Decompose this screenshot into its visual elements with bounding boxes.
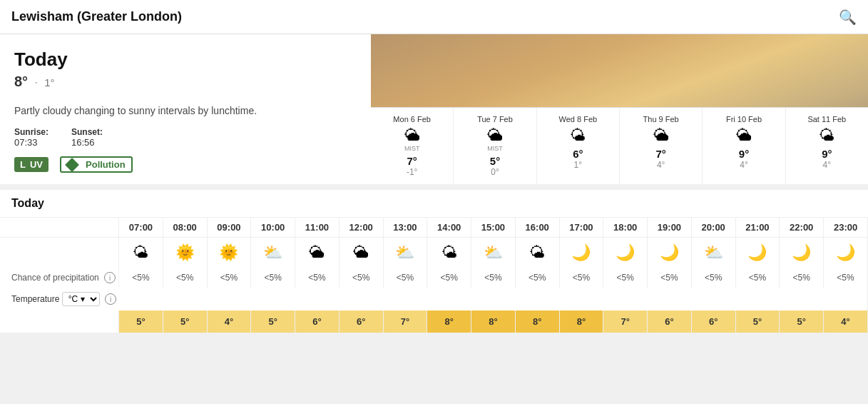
weather-icon-14: 🌙 [735, 238, 780, 268]
time-10:00: 10:00 [251, 218, 295, 238]
forecast-day-2[interactable]: Wed 8 Feb 🌤 6° 1° [536, 108, 619, 184]
time-07:00: 07:00 [119, 218, 163, 238]
precip-value-14: <5% [735, 268, 780, 288]
temp-value-14: 5° [735, 310, 780, 333]
temp-value-13: 6° [691, 310, 735, 333]
temp-value-row: 5°5°4°5°6°6°7°8°8°8°8°7°6°6°5°5°4° [0, 310, 868, 333]
temp-value-10: 8° [559, 310, 603, 333]
sunrise: Sunrise: 07:33 [14, 126, 48, 148]
pollution-label: Pollution [86, 159, 126, 170]
time-09:00: 09:00 [207, 218, 251, 238]
temp-value-16: 4° [824, 310, 868, 333]
weather-icon-13: ⛅ [691, 238, 735, 268]
temp-value-12: 6° [648, 310, 692, 333]
forecast-day-4[interactable]: Fri 10 Feb 🌥 9° 4° [702, 108, 785, 184]
precip-value-4: <5% [295, 268, 339, 288]
hourly-today-label: Today [0, 190, 868, 218]
temp-label-cell: Temperature °C ▾ i [0, 288, 868, 310]
time-11:00: 11:00 [295, 218, 339, 238]
weather-icon-12: 🌙 [648, 238, 692, 268]
weather-icon-5: 🌥 [339, 238, 383, 268]
weather-icon-0: 🌤 [119, 238, 163, 268]
precip-value-7: <5% [427, 268, 471, 288]
forecast-high: 6° [541, 148, 615, 160]
time-18:00: 18:00 [603, 218, 648, 238]
time-19:00: 19:00 [648, 218, 692, 238]
temp-value-1: 5° [163, 310, 207, 333]
forecast-day-1[interactable]: Tue 7 Feb 🌥MIST 5° 0° [453, 108, 536, 184]
temp-value-7: 8° [427, 310, 471, 333]
weather-icon-1: 🌞 [163, 238, 207, 268]
forecast-high: 9° [790, 148, 864, 160]
today-description: Partly cloudy changing to sunny interval… [14, 99, 357, 118]
hero-section: Today 8° · 1° Partly cloudy changing to … [0, 34, 868, 184]
time-22:00: 22:00 [780, 218, 824, 238]
weather-icon-9: 🌤 [515, 238, 559, 268]
search-button[interactable]: 🔍 [839, 9, 857, 26]
forecast-date: Fri 10 Feb [707, 115, 780, 123]
precip-value-0: <5% [119, 268, 163, 288]
forecast-low: 4° [790, 160, 864, 170]
temp-value-3: 5° [251, 310, 295, 333]
temp-info-icon[interactable]: i [105, 293, 116, 305]
forecast-icon: 🌤 [541, 126, 615, 145]
time-08:00: 08:00 [163, 218, 207, 238]
forecast-low: -1° [375, 167, 449, 177]
temp-value-15: 5° [780, 310, 824, 333]
temp-value-5: 6° [339, 310, 383, 333]
temp-value-9: 8° [515, 310, 559, 333]
forecast-date: Sat 11 Feb [790, 115, 864, 123]
forecast-date: Tue 7 Feb [458, 115, 531, 123]
weather-icon-4: 🌥 [295, 238, 339, 268]
today-high-temp: 8° [14, 74, 28, 89]
sunrise-label: Sunrise: [14, 127, 48, 137]
weather-icon-8: ⛅ [471, 238, 516, 268]
precip-info-icon[interactable]: i [104, 272, 116, 283]
time-12:00: 12:00 [339, 218, 383, 238]
pollution-badge[interactable]: Pollution [60, 156, 133, 173]
forecast-icon: 🌤 [790, 126, 864, 145]
forecast-low: 4° [707, 160, 780, 170]
pollution-diamond-icon [65, 158, 79, 172]
forecast-icon: 🌥MIST [375, 126, 449, 152]
time-21:00: 21:00 [735, 218, 780, 238]
today-label: Today [14, 49, 357, 71]
sunset: Sunset: 16:56 [71, 126, 103, 148]
icon-row: 🌤🌞🌞⛅🌥🌥⛅🌤⛅🌤🌙🌙🌙⛅🌙🌙🌙 [0, 238, 868, 268]
temp-value-4: 6° [295, 310, 339, 333]
forecast-low: 4° [624, 160, 698, 170]
precip-value-5: <5% [339, 268, 383, 288]
forecast-day-3[interactable]: Thu 9 Feb 🌥 7° 4° [619, 108, 702, 184]
weather-icon-11: 🌙 [603, 238, 648, 268]
precip-value-16: <5% [824, 268, 868, 288]
forecast-high: 5° [458, 155, 531, 167]
precip-value-9: <5% [515, 268, 559, 288]
precip-value-12: <5% [648, 268, 692, 288]
forecast-low: 1° [541, 160, 615, 170]
uv-badge[interactable]: L UV [14, 157, 48, 172]
forecast-high: 9° [707, 148, 780, 160]
forecast-day-0[interactable]: Mon 6 Feb 🌥MIST 7° -1° [371, 108, 453, 184]
uv-letter: L [20, 159, 26, 170]
time-16:00: 16:00 [515, 218, 559, 238]
precip-label-cell: Chance of precipitation i [0, 268, 119, 288]
forecast-high: 7° [375, 155, 449, 167]
precip-label: Chance of precipitation [11, 273, 99, 283]
forecast-day-5[interactable]: Sat 11 Feb 🌤 9° 4° [785, 108, 868, 184]
forecast-date: Mon 6 Feb [375, 115, 449, 123]
weather-icon-16: 🌙 [824, 238, 868, 268]
precip-value-11: <5% [603, 268, 648, 288]
uv-label: UV [30, 159, 43, 170]
time-20:00: 20:00 [691, 218, 735, 238]
precip-value-1: <5% [163, 268, 207, 288]
forecast-date: Thu 9 Feb [624, 115, 698, 123]
sunset-value: 16:56 [71, 137, 95, 148]
temp-unit-select[interactable]: °C ▾ [62, 292, 100, 306]
time-17:00: 17:00 [559, 218, 603, 238]
hero-background: Mon 6 Feb 🌥MIST 7° -1° Tue 7 Feb 🌥MIST 5… [371, 34, 868, 184]
precip-value-8: <5% [471, 268, 516, 288]
temp-value-11: 7° [603, 310, 648, 333]
today-panel: Today 8° · 1° Partly cloudy changing to … [0, 34, 371, 184]
forecast-icon: 🌥MIST [458, 126, 531, 152]
hourly-table: 07:0008:0009:0010:0011:0012:0013:0014:00… [0, 218, 868, 333]
